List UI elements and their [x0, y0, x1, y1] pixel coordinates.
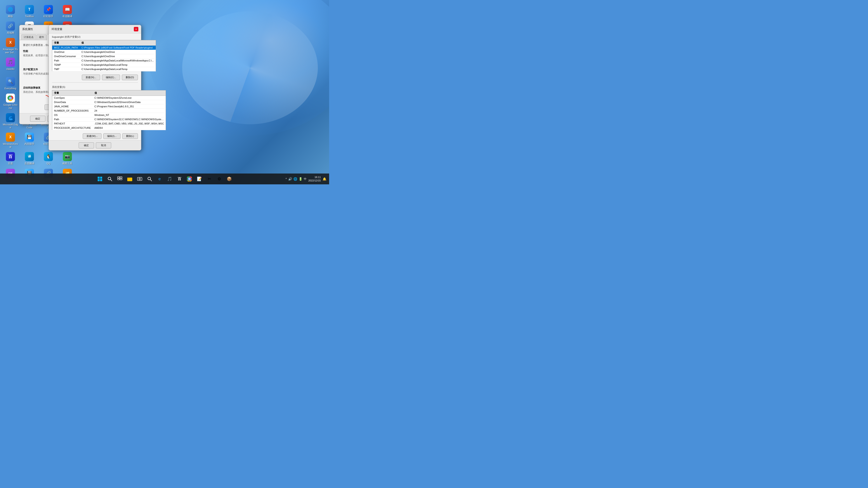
taskbar-screenshot-icon[interactable] — [135, 174, 144, 184]
svg-rect-14 — [118, 178, 120, 180]
desktop-icon-chrome[interactable]: Google Chrome — [2, 92, 19, 111]
taskbar-file-explorer-icon[interactable] — [125, 174, 134, 184]
sys-var-name: Path — [52, 117, 93, 122]
desktop-icon-label: Microsoft Edge — [3, 123, 18, 129]
sys-var-val: C:\Program Files\Java\jdk1.8.0_351 — [93, 104, 166, 109]
table-row[interactable]: NUMBER_OF_PROCESSORS 24 — [52, 109, 166, 113]
desktop-icon-toolbox[interactable]: T ToolBox — [21, 4, 38, 19]
desktop-icon-youdao[interactable]: 📖 有道翻译 — [59, 4, 76, 19]
sys-var-val: C:\WINDOWS\system32\cmd.exe — [93, 96, 166, 100]
taskbar-search-button[interactable] — [105, 174, 114, 184]
tab-hardware[interactable]: 硬件 — [37, 34, 46, 40]
table-row[interactable]: OneDriveConsumer C:\Users\liuguanglei\On… — [52, 54, 156, 59]
taskbar-settings-icon[interactable]: ⚙ — [215, 174, 224, 184]
table-row[interactable]: ComSpec C:\WINDOWS\system32\cmd.exe — [52, 96, 166, 100]
taskbar-chrome-icon[interactable] — [185, 174, 194, 184]
taskbar-sys-icons: ^ 🔊 🌐 🔋 中 — [285, 177, 307, 181]
icon-img: 🔍 — [6, 77, 15, 86]
sys-props-title: 系统属性 — [22, 27, 33, 31]
taskbar-search-icon[interactable] — [145, 174, 154, 184]
desktop-icon-xenial[interactable]: X WindowsXenial — [2, 131, 19, 150]
icon-img: 🎵 — [6, 58, 15, 67]
icon-img: 🐧 — [44, 152, 53, 161]
desktop-icon-label: 钉钉助手 — [43, 15, 53, 18]
table-row[interactable]: TEMP C:\Users\liuguanglei\AppData\Local\… — [52, 63, 156, 67]
desktop-icon-wangluoguanli[interactable]: 🌐 网络 — [2, 4, 19, 19]
desktop-icon-label: clawdio — [6, 68, 15, 70]
taskbar-keyboard-icon[interactable]: 中 — [304, 177, 307, 181]
icon-img: 🌐 — [6, 5, 15, 14]
desktop-icon-label: Google Chrome — [3, 103, 18, 109]
table-row[interactable]: OneDrive C:\Users\liuguanglei\OneDrive — [52, 50, 156, 54]
table-row[interactable]: DriverData C:\Windows\System32\Drivers\D… — [52, 100, 166, 104]
svg-point-3 — [10, 98, 11, 99]
desktop-icon-qq[interactable]: 🐧 QQ — [40, 151, 57, 166]
desktop-icon-juyu[interactable]: 🔗 局域网 — [2, 20, 19, 36]
user-var-val: C:\Users\liuguanglei\OneDrive — [80, 50, 156, 54]
icon-img: X — [6, 38, 15, 47]
user-var-val: C:\Users\liuguanglei\OneDrive — [80, 54, 156, 59]
sys-edit-button[interactable]: 编辑(I)... — [103, 133, 121, 139]
taskbar-notification-icon[interactable]: 🔔 — [322, 177, 327, 181]
sys-var-val: C:\Windows\System32\Drivers\DriverData — [93, 100, 166, 104]
user-var-name: OneDriveConsumer — [52, 54, 80, 59]
taskbar-music-icon[interactable]: 🎵 — [165, 174, 174, 184]
taskbar-network-icon[interactable]: 🌐 — [293, 177, 297, 181]
env-cancel-button[interactable]: 取消 — [96, 142, 111, 149]
taskbar: e 🎵 百 📝 ✂ — [0, 173, 329, 184]
table-row[interactable]: Path C:\Users\liuguanglei\AppData\Local\… — [52, 59, 156, 63]
user-var-val: C:\Users\liuguanglei\AppData\Local\Temp — [80, 67, 156, 71]
sys-var-val: Windows_NT — [93, 113, 166, 117]
taskbar-notes-icon[interactable]: 📝 — [195, 174, 204, 184]
env-ok-button[interactable]: 确定 — [79, 142, 94, 149]
desktop-icon-mem[interactable]: 💾 内存助手 — [21, 131, 38, 150]
table-row[interactable]: PROCESSOR_ARCHITECTURE AMD64 — [52, 126, 166, 130]
svg-point-4 — [9, 119, 13, 120]
desktop-icon-label: 百度翻译 — [24, 162, 34, 165]
icon-img: 译 — [25, 152, 34, 161]
icon-img: 📷 — [63, 152, 72, 161]
desktop-icon-jietu2[interactable]: 📷 截图工具 — [59, 151, 76, 166]
icon-img: 百 — [6, 152, 15, 161]
table-row[interactable]: TMP C:\Users\liuguanglei\AppData\Local\T… — [52, 67, 156, 71]
task-view-button[interactable] — [115, 174, 124, 184]
desktop-icon-fanyi[interactable]: 译 百度翻译 — [21, 151, 38, 166]
table-row[interactable]: JAVA_HOME C:\Program Files\Java\jdk1.8.0… — [52, 104, 166, 109]
user-edit-button[interactable]: 编辑(E)... — [102, 74, 120, 80]
svg-rect-9 — [100, 179, 102, 181]
taskbar-snip-icon[interactable]: ✂ — [205, 174, 214, 184]
table-row[interactable]: MOZ_PLUGIN_PATH C:\Program Files (x86)\F… — [52, 46, 156, 50]
svg-rect-13 — [120, 177, 122, 178]
start-button[interactable] — [95, 174, 104, 184]
desktop-icon-msedge[interactable]: Microsoft Edge — [2, 112, 19, 130]
taskbar-edge-icon[interactable]: e — [155, 174, 164, 184]
user-delete-button[interactable]: 删除(D) — [122, 74, 138, 80]
taskbar-battery-icon[interactable]: 🔋 — [299, 177, 303, 181]
table-row[interactable]: Path C:\WINDOWS\system32;C:\WINDOWS;C:\W… — [52, 117, 166, 122]
icon-img — [6, 94, 15, 103]
taskbar-volume-icon[interactable]: 🔊 — [288, 177, 292, 181]
taskbar-baidu-icon[interactable]: 百 — [175, 174, 184, 184]
env-dialog-close-button[interactable]: ✕ — [134, 27, 138, 31]
user-vars-col-val: 值 — [80, 40, 156, 46]
svg-rect-6 — [98, 177, 100, 179]
user-var-name: TMP — [52, 67, 80, 71]
sys-props-ok-button[interactable]: 确定 — [30, 116, 45, 122]
desktop-icon-everything[interactable]: 🔍 Everything — [2, 76, 19, 91]
desktop-icon-dingding[interactable]: 📌 钉钉助手 — [40, 4, 57, 19]
user-new-button[interactable]: 新建(N)... — [82, 74, 100, 80]
sys-new-button[interactable]: 新建(W)... — [83, 133, 101, 139]
taskbar-chevron-icon[interactable]: ^ — [285, 177, 287, 181]
tab-computer-name[interactable]: 计算机名 — [21, 34, 36, 40]
taskbar-center: e 🎵 百 📝 ✂ — [95, 174, 234, 184]
taskbar-app-icon[interactable]: 📦 — [225, 174, 234, 184]
desktop-icon-xmanager[interactable]: X Xmanager Power Sof... — [2, 37, 19, 55]
taskbar-time[interactable]: 16:11 2022/12/15 — [308, 175, 321, 183]
sys-var-name: OS — [52, 113, 93, 117]
desktop-icon-clawdio[interactable]: 🎵 clawdio — [2, 56, 19, 75]
table-row[interactable]: PATHEXT .COM;.EXE;.BAT;.CMD;.VBS;.VBE;.J… — [52, 122, 166, 126]
sys-delete-button[interactable]: 删除(L) — [122, 133, 138, 139]
desktop-icon-label: 百度 — [8, 162, 13, 165]
desktop-icon-baidu[interactable]: 百 百度 — [2, 151, 19, 166]
table-row[interactable]: OS Windows_NT — [52, 113, 166, 117]
